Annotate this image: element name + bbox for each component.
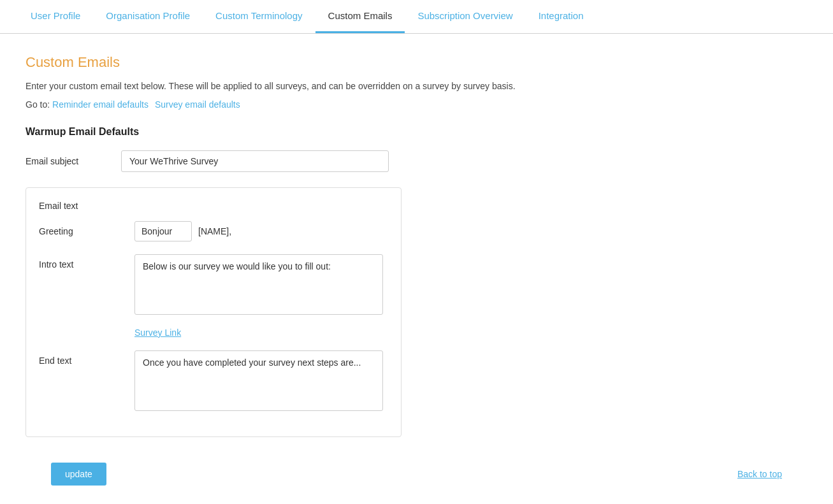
greeting-label: Greeting [39,221,134,236]
tab-custom-terminology[interactable]: Custom Terminology [203,0,315,33]
greeting-input[interactable] [134,221,192,241]
tab-custom-emails[interactable]: Custom Emails [315,0,405,33]
greeting-input-group: [NAME], [134,221,231,241]
page-title: Custom Emails [25,54,808,71]
greeting-row: Greeting [NAME], [39,221,388,241]
page-description: Enter your custom email text below. Thes… [25,80,808,93]
greeting-suffix: [NAME], [198,226,231,236]
end-text-label: End text [39,350,134,366]
warmup-section-title: Warmup Email Defaults [25,126,808,138]
intro-text-input[interactable]: Below is our survey we would like you to… [134,254,383,315]
email-subject-label: Email subject [25,156,121,166]
end-text-row: End text Once you have completed your su… [39,350,388,411]
intro-text-row: Intro text Below is our survey we would … [39,254,388,315]
tab-integration[interactable]: Integration [526,0,597,33]
email-text-section: Email text Greeting [NAME], Intro text B… [25,187,402,437]
survey-link-text[interactable]: Survey Link [134,328,388,338]
email-subject-input[interactable] [121,150,389,172]
bottom-bar: update Back to top [25,452,808,496]
goto-prefix: Go to: [25,99,50,110]
tab-subscription-overview[interactable]: Subscription Overview [405,0,525,33]
email-subject-row: Email subject [25,150,808,172]
tab-organisation-profile[interactable]: Organisation Profile [93,0,203,33]
tab-bar: User Profile Organisation Profile Custom… [0,0,833,34]
content-area: Custom Emails Enter your custom email te… [0,34,833,504]
goto-row: Go to: Reminder email defaults Survey em… [25,99,808,110]
update-button[interactable]: update [51,463,106,486]
back-to-top-link[interactable]: Back to top [737,469,782,479]
end-text-input[interactable]: Once you have completed your survey next… [134,350,383,411]
email-text-header: Email text [39,201,388,211]
tab-user-profile[interactable]: User Profile [18,0,93,33]
intro-text-label: Intro text [39,254,134,270]
reminder-email-link[interactable]: Reminder email defaults [52,99,148,110]
survey-email-link[interactable]: Survey email defaults [155,99,240,110]
